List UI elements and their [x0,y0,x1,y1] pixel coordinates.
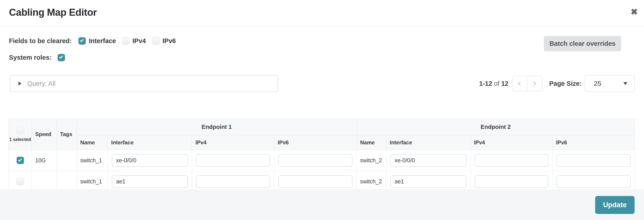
ep1-interface-input[interactable] [112,154,188,167]
ep2-interface-cell [386,150,470,171]
dialog-titlebar: Cabling Map Editor ✖ [0,0,644,26]
system-roles-checkbox[interactable] [58,54,65,61]
dialog-footer: Update [0,189,644,220]
ipv4-checkbox[interactable] [122,37,130,45]
ep2-ipv4-input[interactable] [474,175,548,188]
query-label: Query: All [27,80,56,87]
tags-cell [57,150,77,171]
checkmark-icon [18,158,22,162]
pager-buttons [512,76,542,91]
column-header-tags: Tags [57,119,77,150]
column-header-ep1-name: Name [77,135,108,150]
ep1-ipv6-input[interactable] [278,154,352,167]
column-header-ep2-interface: Interface [386,135,470,150]
field-option-ipv6: IPv6 [152,37,176,45]
ep2-name-cell: switch_2 [357,171,386,192]
ep1-name-cell: switch_1 [77,171,108,192]
speed-cell [32,171,57,192]
ep1-ipv6-cell [274,171,357,192]
ep1-interface-cell [108,171,192,192]
ep2-ipv6-cell [552,171,635,192]
checkmark-icon [59,55,63,59]
ep1-ipv6-input[interactable] [278,175,352,188]
tags-cell [57,171,77,192]
column-header-ep2-ipv6: IPv6 [552,135,635,150]
system-roles-row: System roles: [9,52,65,63]
column-header-ep1-ipv4: IPv4 [192,135,274,150]
pagination-range-start: 1-12 [479,80,492,87]
pagination-total: 12 [501,80,508,87]
ep2-ipv4-cell [470,171,552,192]
ep1-name-cell: switch_1 [77,150,108,171]
column-header-speed: Speed [32,119,57,150]
page-title: Cabling Map Editor [9,7,97,18]
interface-checkbox[interactable] [78,37,86,45]
fields-to-clear-row: Fields to be cleared: Interface IPv4 IPv… [9,36,182,46]
ipv6-checkbox[interactable] [152,37,160,45]
cabling-map-table-wrap: 1 selected Speed Tags Endpoint 1 Endpoin… [8,119,635,192]
column-header-ep1-ipv6: IPv6 [274,135,357,150]
query-expander[interactable]: Query: All [10,75,278,92]
column-group-endpoint2: Endpoint 2 [357,119,635,135]
expand-arrow-icon [18,81,22,85]
table-row: switch_1 switch_2 [9,171,635,192]
close-icon[interactable]: ✖ [630,8,638,16]
ep1-ipv4-input[interactable] [196,154,270,167]
page-size-select[interactable]: 25 [585,75,634,92]
ep2-name-cell: switch_2 [357,150,386,171]
ep2-interface-cell [386,171,470,192]
ep2-interface-input[interactable] [390,154,466,167]
ipv4-checkbox-label: IPv4 [132,37,146,45]
row-select-cell [9,171,32,192]
column-group-endpoint1: Endpoint 1 [77,119,357,135]
page-size-value: 25 [594,80,624,87]
interface-checkbox-label: Interface [89,37,116,45]
ep2-ipv6-cell [552,150,635,171]
row-checkbox[interactable] [16,157,24,164]
field-option-interface: Interface [78,37,116,45]
field-option-ipv4: IPv4 [122,37,146,45]
ipv6-checkbox-label: IPv6 [162,37,176,45]
selected-count-label: 1 selected [10,137,31,142]
column-header-ep2-name: Name [357,135,386,150]
page-size-label: Page Size: [549,80,582,87]
ep1-ipv6-cell [274,150,357,171]
system-roles-label: System roles: [9,54,52,61]
batch-clear-overrides-button[interactable]: Batch clear overrides [544,36,621,51]
chevron-right-icon [532,81,536,86]
table-row: 10G switch_1 switch_2 [9,150,635,171]
ep2-interface-input[interactable] [390,175,466,188]
ep2-ipv4-cell [470,150,552,171]
column-header-ep2-ipv4: IPv4 [470,135,552,150]
checkmark-icon [80,38,84,42]
ep1-ipv4-cell [192,150,274,171]
ep2-ipv6-input[interactable] [556,175,630,188]
ep1-ipv4-cell [192,171,274,192]
ep2-ipv6-input[interactable] [556,154,630,167]
next-page-button[interactable] [527,76,542,91]
speed-cell: 10G [32,150,57,171]
ep1-ipv4-input[interactable] [196,175,270,188]
row-checkbox[interactable] [16,178,24,185]
pagination-bar: 1-12 of 12 Page Size: 25 [479,75,634,92]
dropdown-caret-icon [624,82,628,85]
column-header-ep1-interface: Interface [108,135,192,150]
ep1-interface-cell [108,150,192,171]
update-button[interactable]: Update [595,196,634,214]
ep1-interface-input[interactable] [112,175,188,188]
chevron-left-icon [518,81,522,86]
pagination-of: of [494,80,499,87]
select-all-header: 1 selected [9,119,32,150]
ep2-ipv4-input[interactable] [474,154,548,167]
cabling-map-editor-dialog: Cabling Map Editor ✖ Fields to be cleare… [0,0,644,220]
fields-to-clear-label: Fields to be cleared: [9,37,72,45]
cabling-map-table: 1 selected Speed Tags Endpoint 1 Endpoin… [8,119,635,192]
pagination-range: 1-12 of 12 [479,80,508,87]
row-select-cell [9,150,32,171]
select-all-checkbox[interactable] [16,127,24,134]
previous-page-button[interactable] [512,76,527,91]
